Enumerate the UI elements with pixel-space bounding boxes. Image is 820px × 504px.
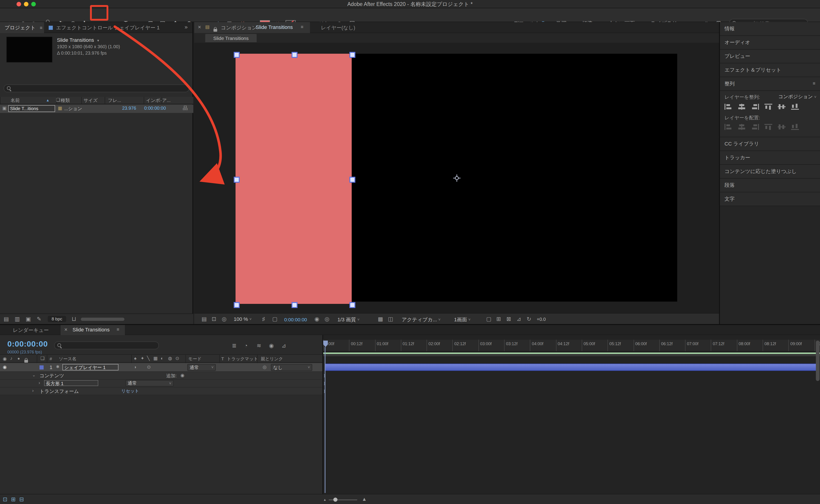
current-time-indicator-line[interactable] xyxy=(325,347,326,493)
shape-rectangle[interactable] xyxy=(236,54,352,304)
mask-visibility-icon[interactable]: ◫ xyxy=(388,316,393,322)
timeline-search-input[interactable] xyxy=(64,342,156,349)
pixel-aspect-icon[interactable]: ▢ xyxy=(486,316,491,322)
col-track-matte[interactable]: トラックマット xyxy=(227,356,258,362)
disclosure-icon[interactable]: ▾ xyxy=(97,39,99,43)
snapshot-icon[interactable]: ◉ xyxy=(315,316,319,322)
eye-column-icon[interactable]: ◉ xyxy=(3,357,7,361)
timeline-vertical-scrollbar[interactable] xyxy=(816,341,820,381)
flowchart-button-icon[interactable]: ⊿ xyxy=(517,316,521,322)
bpc-button[interactable]: 8 bpc xyxy=(48,316,66,322)
switch-3d-icon[interactable]: ◍ xyxy=(168,356,172,361)
panel-header[interactable]: トラッカー xyxy=(720,151,820,165)
project-item-name[interactable]: Slide Transitions ▾ xyxy=(57,37,99,43)
distribute-horizontal-center-icon[interactable] xyxy=(738,124,746,131)
fast-previews-icon[interactable]: ⊞ xyxy=(496,316,501,322)
new-folder-icon[interactable]: ▥ xyxy=(15,316,20,322)
close-icon[interactable]: × xyxy=(198,24,201,30)
selection-handle[interactable] xyxy=(234,52,240,58)
twirl-closed-icon[interactable]: › xyxy=(39,381,40,385)
tab-render-queue[interactable]: レンダーキュー xyxy=(13,327,49,334)
switch-extra-icon[interactable]: ⊙ xyxy=(175,356,179,361)
switch-motion-blur-icon[interactable]: ▦ xyxy=(153,356,158,361)
solo-column-icon[interactable]: ● xyxy=(17,357,20,361)
col-track-matte-t[interactable]: T xyxy=(221,356,224,361)
interpret-footage-icon[interactable]: ▤ xyxy=(4,316,9,322)
contents-group-label[interactable]: コンテンツ xyxy=(39,373,64,379)
selection-handle[interactable] xyxy=(349,177,355,183)
selection-handle[interactable] xyxy=(234,302,240,308)
tab-project[interactable]: プロジェクト ≡ xyxy=(0,22,44,33)
new-composition-icon[interactable]: ▣ xyxy=(26,316,31,322)
layer-quality-icon[interactable]: ◗ xyxy=(134,365,137,370)
project-row[interactable]: ▣ Slide T...itions ▦ ...ション 23.976 0:00:… xyxy=(0,105,193,113)
rectangle-blend-mode-dropdown[interactable]: 通常˅ xyxy=(125,380,174,386)
lock-icon[interactable] xyxy=(213,29,217,32)
toggle-expand-icon[interactable]: ⊡ xyxy=(3,497,7,502)
panel-header[interactable]: 文字 xyxy=(720,192,820,206)
project-search-input[interactable] xyxy=(14,85,186,92)
transparency-grid-icon[interactable]: ▩ xyxy=(378,316,383,322)
project-row-name-field[interactable]: Slide T...itions xyxy=(8,105,55,112)
twirl-open-icon[interactable]: ⌄ xyxy=(32,373,36,377)
align-top-icon[interactable] xyxy=(764,104,772,111)
anchor-point-icon[interactable] xyxy=(453,174,461,182)
project-column-header[interactable]: 種類 xyxy=(56,97,81,104)
col-mode[interactable]: モード xyxy=(188,356,202,362)
tab-composition[interactable]: × ▤ コンポジション Slide Transitions ≡ xyxy=(194,22,310,33)
align-vertical-center-icon[interactable] xyxy=(778,104,786,111)
distribute-left-icon[interactable] xyxy=(725,124,732,131)
layer-name-field[interactable]: シェイプレイヤー 1 xyxy=(62,364,118,370)
view-layout-dropdown[interactable]: 1画面˅ xyxy=(454,316,471,323)
panel-header[interactable]: CC ライブラリ xyxy=(720,137,820,151)
zoom-in-mountain-icon[interactable]: ▲ xyxy=(362,497,367,502)
timeline-current-time[interactable]: 0:00:00:00 xyxy=(7,340,48,349)
panel-header[interactable]: エフェクト＆プリセット xyxy=(720,63,820,77)
sort-ascending-icon[interactable]: ▲ xyxy=(46,98,50,102)
project-item-thumbnail[interactable] xyxy=(6,37,52,62)
selection-handle[interactable] xyxy=(292,302,298,308)
panel-menu-icon[interactable]: ≡ xyxy=(117,327,119,332)
camera-dropdown[interactable]: アクティブカ...˅ xyxy=(402,316,441,323)
align-target-dropdown[interactable]: コンポジション˅ xyxy=(778,94,816,100)
distribute-vertical-center-icon[interactable] xyxy=(778,124,786,131)
close-icon[interactable]: × xyxy=(64,327,67,332)
resolution-dropdown[interactable]: 1/3 画質˅ xyxy=(337,316,359,323)
timeline-zoom-track[interactable] xyxy=(329,499,357,500)
label-tag-icon[interactable]: ❏ xyxy=(56,98,60,102)
trash-icon[interactable]: ⊔ xyxy=(72,316,76,322)
main-viewer-icon[interactable]: ⊡ xyxy=(212,316,216,322)
label-column-icon[interactable]: ❏ xyxy=(40,356,45,361)
transform-reset-link[interactable]: リセット xyxy=(121,388,139,394)
tab-timeline-comp[interactable]: × Slide Transitions ≡ xyxy=(61,325,125,335)
switch-quality-icon[interactable]: ♠ xyxy=(134,356,137,361)
timeline-button-icon[interactable]: ⊠ xyxy=(506,316,511,322)
frame-blend-icon[interactable]: ≋ xyxy=(257,343,261,348)
distribute-top-icon[interactable] xyxy=(764,124,772,131)
property-row-transform[interactable]: › トランスフォーム リセット xyxy=(0,387,322,395)
selection-handle[interactable] xyxy=(349,52,355,58)
project-column-header[interactable]: フレ... xyxy=(105,97,144,104)
panel-header[interactable]: 情報 xyxy=(720,22,820,36)
switch-adjustment-icon[interactable]: ◐ xyxy=(161,356,163,361)
panel-menu-icon[interactable]: ≡ xyxy=(40,26,42,30)
property-row-rectangle[interactable]: › 長方形 1 通常˅ xyxy=(0,380,322,387)
layer-visibility-eye-icon[interactable]: ◉ xyxy=(3,365,7,370)
comp-viewer-area[interactable] xyxy=(194,43,719,313)
shy-icon[interactable]: ◔ xyxy=(244,343,248,348)
layer-3d-icon[interactable]: ⊙ xyxy=(147,365,151,370)
switch-effects-icon[interactable]: ✦ xyxy=(140,356,144,361)
draft-3d-icon[interactable]: ◎ xyxy=(222,316,227,322)
blend-mode-dropdown[interactable]: 通常˅ xyxy=(187,364,216,371)
panel-header[interactable]: オーディオ xyxy=(720,36,820,50)
panel-menu-icon[interactable]: ≡ xyxy=(301,25,303,29)
project-column-header[interactable]: インポイント xyxy=(144,97,162,104)
panel-header[interactable]: コンテンツに応じた塗りつぶし xyxy=(720,165,820,179)
pick-whip-icon[interactable]: ◎ xyxy=(263,365,267,370)
align-right-icon[interactable] xyxy=(751,104,759,111)
layer-label-color[interactable] xyxy=(39,365,44,370)
align-horizontal-center-icon[interactable] xyxy=(738,104,746,111)
tab-layer[interactable]: レイヤー(なし) xyxy=(321,22,355,33)
col-number[interactable]: # xyxy=(50,356,52,361)
twirl-closed-icon[interactable]: › xyxy=(32,388,34,393)
